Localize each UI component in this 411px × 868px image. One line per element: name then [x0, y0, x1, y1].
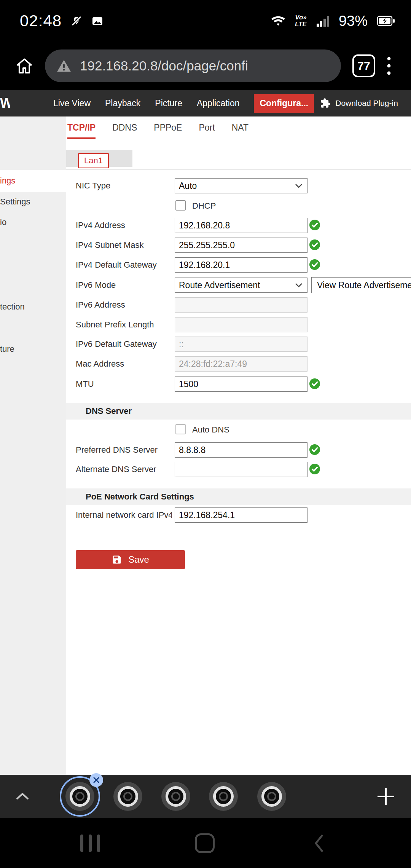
url-bar[interactable]: 192.168.20.8/doc/page/confi — [45, 49, 341, 82]
alternate-dns-label: Alternate DNS Server — [76, 464, 156, 474]
camera-thumb-4[interactable] — [209, 782, 238, 811]
browser-toolbar: 192.168.20.8/doc/page/confi 77 — [0, 42, 411, 90]
prefix-length-label: Subnet Prefix Length — [76, 320, 154, 330]
tab-count: 77 — [357, 59, 370, 72]
logo-fragment: W — [0, 95, 10, 111]
ipv6-mode-value: Route Advertisement — [179, 280, 260, 290]
screenshot-icon — [91, 15, 104, 27]
nic-type-row: NIC Type Auto — [0, 177, 411, 194]
ipv6-mode-label: IPv6 Mode — [76, 280, 116, 290]
mtu-input[interactable] — [175, 377, 307, 392]
ipv6-address-row: IPv6 Address — [0, 297, 411, 313]
nav-playback[interactable]: Playback — [105, 98, 140, 108]
tab-count-button[interactable]: 77 — [352, 54, 375, 77]
auto-dns-checkbox[interactable] — [175, 424, 186, 434]
camera-thumb-2[interactable] — [113, 782, 142, 811]
volte-bottom-text: LTE — [295, 21, 307, 28]
auto-dns-label: Auto DNS — [192, 425, 229, 435]
gateway-input[interactable] — [175, 257, 307, 273]
status-bar: 02:48 Vo» LTE 93% — [0, 0, 411, 42]
site-nav: W Live View Playback Picture Application… — [0, 90, 411, 116]
camera-thumbnail-bar — [0, 775, 411, 818]
nav-configuration[interactable]: Configura... — [254, 94, 314, 113]
ipv6-mode-row: IPv6 Mode Route Advertisement View Route… — [0, 277, 411, 294]
camera-thumb-5[interactable] — [257, 782, 286, 811]
ipv4-address-row: IPv4 Address — [0, 217, 411, 234]
volte-icon: Vo» LTE — [295, 14, 307, 28]
mac-address-label: Mac Address — [76, 359, 124, 369]
mtu-label: MTU — [76, 379, 94, 389]
ipv6-gateway-label: IPv6 Default Gateway — [76, 339, 157, 349]
clock: 02:48 — [20, 12, 62, 30]
battery-percent: 93% — [339, 13, 368, 29]
view-route-advertisement-button[interactable]: View Route Advertisement — [311, 277, 411, 293]
valid-check-icon — [309, 219, 320, 231]
save-button[interactable]: Save — [76, 550, 185, 569]
camera-lens-icon — [118, 786, 138, 807]
selected-camera-thumb[interactable] — [60, 776, 100, 817]
poe-settings-header: PoE Network Card Settings — [66, 488, 411, 505]
phone-screen: 02:48 Vo» LTE 93% 192.1 — [0, 0, 411, 868]
prefix-length-row: Subnet Prefix Length — [0, 316, 411, 333]
home-nav-icon[interactable] — [195, 833, 215, 853]
floppy-save-icon — [112, 554, 122, 565]
valid-check-icon — [309, 444, 320, 455]
alternate-dns-input[interactable] — [175, 462, 307, 477]
chevron-down-icon — [295, 183, 303, 188]
chevron-down-icon — [295, 283, 303, 288]
tab-ddns[interactable]: DDNS — [112, 123, 137, 139]
internal-ipv4-input[interactable] — [175, 507, 307, 523]
dhcp-label: DHCP — [192, 201, 216, 211]
warning-icon — [56, 59, 72, 73]
tab-port[interactable]: Port — [199, 123, 215, 139]
tab-pppoe[interactable]: PPPoE — [154, 123, 182, 139]
signal-strength-icon — [316, 14, 330, 27]
camera-lens-icon — [261, 786, 282, 807]
home-icon[interactable] — [15, 57, 33, 75]
ipv4-address-input[interactable] — [175, 218, 307, 233]
mac-address-input — [175, 356, 307, 372]
valid-check-icon — [309, 463, 320, 475]
internal-ipv4-row: Internal network card IPv4... — [0, 507, 411, 523]
ipv6-gateway-input — [175, 337, 307, 352]
camera-thumb-3[interactable] — [161, 782, 190, 811]
tab-tcpip[interactable]: TCP/IP — [67, 123, 96, 139]
dhcp-checkbox[interactable] — [175, 200, 186, 211]
mac-address-row: Mac Address — [0, 356, 411, 372]
internal-ipv4-label: Internal network card IPv4... — [76, 510, 172, 520]
nic-type-select[interactable]: Auto — [175, 178, 307, 193]
ipv6-mode-select[interactable]: Route Advertisement — [175, 278, 307, 293]
close-thumb-icon[interactable] — [89, 773, 103, 787]
prefix-length-input — [175, 317, 307, 332]
volte-top-text: Vo» — [295, 14, 307, 21]
camera-lens-icon — [213, 786, 234, 807]
expand-chevron-icon[interactable] — [15, 792, 30, 801]
settings-tabs: TCP/IP DDNS PPPoE Port NAT — [67, 123, 249, 139]
dns-server-header: DNS Server — [66, 403, 411, 420]
download-plugin-link[interactable]: Download Plug-in — [335, 99, 398, 108]
ipv6-address-label: IPv6 Address — [76, 300, 125, 310]
nav-application[interactable]: Application — [197, 98, 240, 108]
plugin-puzzle-icon — [320, 98, 331, 108]
tab-nat[interactable]: NAT — [232, 123, 249, 139]
nav-live-view[interactable]: Live View — [53, 98, 91, 108]
lan-tab-strip: Lan1 — [66, 153, 411, 170]
add-window-icon[interactable] — [375, 786, 397, 807]
recents-icon[interactable] — [80, 834, 100, 852]
dns-server-header-text: DNS Server — [86, 406, 132, 416]
subnet-mask-label: IPv4 Subnet Mask — [76, 240, 144, 250]
back-nav-icon[interactable] — [313, 834, 324, 852]
gateway-row: IPv4 Default Gateway — [0, 257, 411, 273]
subnet-mask-input[interactable] — [175, 238, 307, 253]
valid-check-icon — [309, 259, 320, 270]
nav-picture[interactable]: Picture — [155, 98, 182, 108]
system-nav-bar — [0, 818, 411, 868]
ipv6-gateway-row: IPv6 Default Gateway — [0, 336, 411, 353]
preferred-dns-input[interactable] — [175, 442, 307, 458]
camera-lens-icon — [70, 786, 90, 807]
ipv6-address-input — [175, 297, 307, 313]
valid-check-icon — [309, 239, 320, 251]
browser-menu-kebab-icon[interactable] — [387, 56, 391, 76]
nic-type-value: Auto — [179, 181, 197, 191]
lan1-tab[interactable]: Lan1 — [78, 153, 109, 168]
